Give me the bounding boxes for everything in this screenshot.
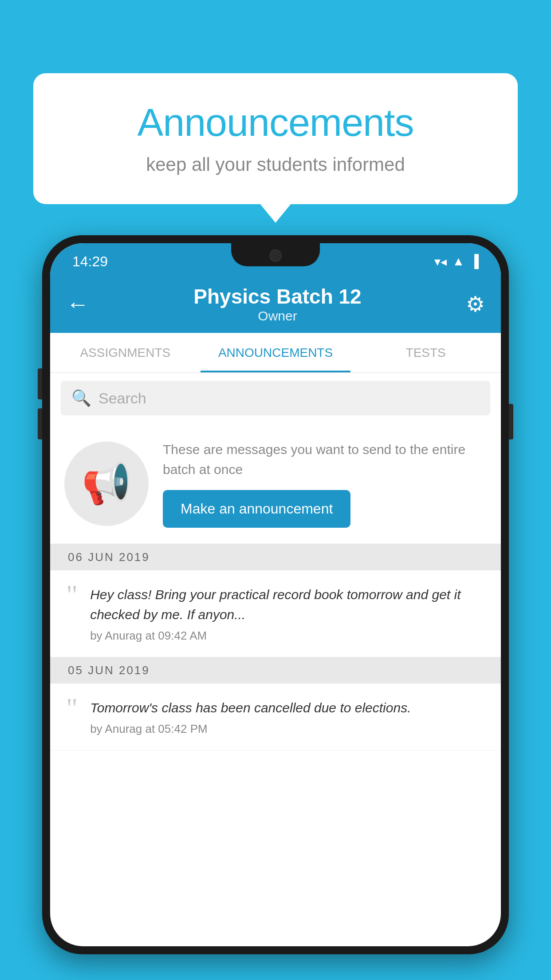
content-area: 🔍 Search 📢 These are messages you want t… [50,373,501,751]
tab-announcements[interactable]: ANNOUNCEMENTS [201,333,351,372]
app-bar-title: Physics Batch 12 [89,285,466,308]
power-button [509,404,513,439]
app-bar-subtitle: Owner [89,308,466,324]
speech-bubble: Announcements keep all your students inf… [33,73,518,204]
announcement-content-2: Tomorrow's class has been cancelled due … [90,698,485,736]
megaphone-icon-circle: 📢 [64,442,149,526]
announcement-item-2[interactable]: " Tomorrow's class has been cancelled du… [50,684,501,751]
app-bar: ← Physics Batch 12 Owner ⚙ [50,275,501,333]
volume-down-button [38,408,42,439]
search-input-wrapper[interactable]: 🔍 Search [61,381,490,415]
announcement-text-1: Hey class! Bring your practical record b… [90,585,485,624]
promo-block: 📢 These are messages you want to send to… [50,423,501,544]
announcement-meta-2: by Anurag at 05:42 PM [90,722,485,736]
make-announcement-button[interactable]: Make an announcement [163,490,350,528]
bubble-title: Announcements [64,100,487,145]
tab-assignments[interactable]: ASSIGNMENTS [50,333,201,372]
phone-notch [231,243,320,266]
announcement-meta-1: by Anurag at 09:42 AM [90,629,485,643]
bubble-subtitle: keep all your students informed [64,154,487,175]
back-button[interactable]: ← [66,291,89,317]
promo-right: These are messages you want to send to t… [163,439,487,528]
quote-icon-1: " [66,581,78,609]
front-camera [269,249,282,262]
phone-outer: 14:29 ▾◂ ▲ ▐ ← Physics Batch 12 Owner ⚙ [42,235,509,954]
wifi-icon: ▾◂ [434,254,447,269]
search-container: 🔍 Search [50,373,501,423]
search-placeholder: Search [98,390,146,407]
speech-bubble-container: Announcements keep all your students inf… [33,73,518,204]
tab-tests[interactable]: TESTS [350,333,501,372]
phone-container: 14:29 ▾◂ ▲ ▐ ← Physics Batch 12 Owner ⚙ [42,235,509,980]
announcement-content-1: Hey class! Bring your practical record b… [90,585,485,643]
megaphone-icon: 📢 [82,460,131,507]
app-bar-title-section: Physics Batch 12 Owner [89,285,466,324]
battery-icon: ▐ [470,254,479,269]
announcement-text-2: Tomorrow's class has been cancelled due … [90,698,485,718]
quote-icon-2: " [66,694,78,723]
date-separator-june5: 05 JUN 2019 [50,657,501,684]
status-time: 14:29 [72,253,108,270]
date-separator-june6: 06 JUN 2019 [50,544,501,570]
status-icons: ▾◂ ▲ ▐ [434,254,479,269]
settings-icon[interactable]: ⚙ [466,292,485,316]
search-icon: 🔍 [71,389,91,407]
volume-up-button [38,368,42,399]
phone-screen: 14:29 ▾◂ ▲ ▐ ← Physics Batch 12 Owner ⚙ [50,243,501,946]
promo-description: These are messages you want to send to t… [163,439,487,479]
announcement-item-1[interactable]: " Hey class! Bring your practical record… [50,570,501,657]
signal-icon: ▲ [452,254,464,269]
tab-bar: ASSIGNMENTS ANNOUNCEMENTS TESTS [50,333,501,373]
